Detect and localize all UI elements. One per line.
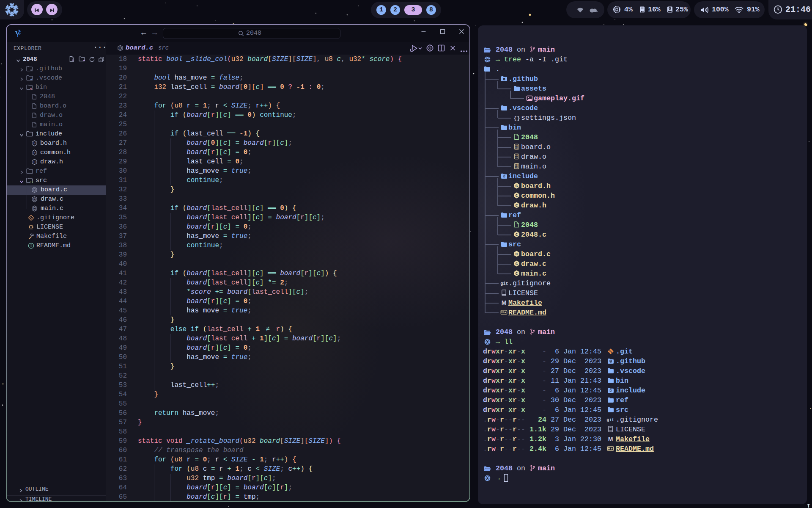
svg-text:10: 10 (516, 166, 518, 169)
svg-text:10: 10 (516, 157, 518, 159)
svg-text:C: C (34, 189, 36, 192)
svg-text:C: C (516, 271, 518, 276)
svg-text:H: H (33, 151, 36, 155)
svg-text:C: C (516, 184, 518, 188)
svg-text:git: git (607, 417, 615, 422)
svg-text:M: M (608, 436, 613, 442)
svg-text:M: M (502, 299, 507, 306)
svg-text:C: C (34, 198, 36, 201)
svg-text:C: C (516, 252, 518, 257)
svg-text:H: H (33, 160, 36, 164)
svg-text:C: C (120, 47, 121, 50)
svg-text:(): () (30, 180, 33, 183)
svg-text:C: C (516, 232, 518, 237)
svg-text:C: C (34, 207, 36, 210)
svg-text:{}: {} (513, 116, 520, 121)
svg-text:10: 10 (516, 147, 518, 149)
svg-text:C: C (516, 203, 518, 208)
svg-text:C: C (516, 262, 518, 266)
svg-text:H: H (33, 142, 36, 145)
svg-text:git: git (500, 281, 508, 286)
svg-text:C: C (516, 193, 518, 198)
